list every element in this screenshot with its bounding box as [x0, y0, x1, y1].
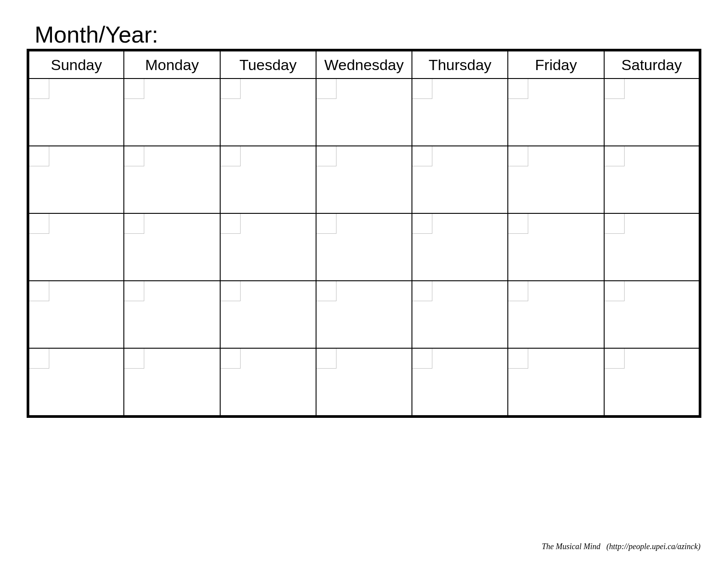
day-header-tuesday: Tuesday: [220, 50, 316, 79]
date-box: [317, 349, 336, 369]
date-box: [605, 214, 625, 234]
date-box: [124, 146, 144, 166]
date-box: [317, 146, 336, 166]
day-header-sunday: Sunday: [28, 50, 124, 79]
calendar-table: Sunday Monday Tuesday Wednesday Thursday…: [27, 49, 701, 418]
day-cell: [28, 348, 124, 417]
footer-source: The Musical Mind: [542, 542, 601, 551]
date-box: [605, 146, 625, 166]
calendar-page: Month/Year: Sunday Monday Tuesday Wednes…: [0, 0, 728, 562]
day-cell: [316, 146, 412, 213]
day-cell: [124, 146, 220, 213]
day-cell: [316, 213, 412, 281]
footer-credit: The Musical Mind (http://people.upei.ca/…: [542, 542, 700, 551]
date-box: [605, 79, 625, 99]
day-cell: [508, 348, 604, 417]
day-cell: [28, 213, 124, 281]
day-cell: [316, 348, 412, 417]
date-box: [508, 349, 528, 369]
date-box: [29, 349, 49, 369]
week-row: [28, 348, 700, 417]
day-header-wednesday: Wednesday: [316, 50, 412, 79]
week-row: [28, 146, 700, 213]
date-box: [317, 79, 336, 99]
day-cell: [28, 79, 124, 146]
day-cell: [604, 79, 700, 146]
date-box: [29, 281, 49, 301]
date-box: [317, 281, 336, 301]
day-cell: [412, 281, 508, 348]
date-box: [508, 79, 528, 99]
day-cell: [604, 348, 700, 417]
date-box: [221, 281, 241, 301]
date-box: [29, 146, 49, 166]
date-box: [605, 281, 625, 301]
date-box: [508, 281, 528, 301]
date-box: [412, 79, 432, 99]
day-cell: [124, 213, 220, 281]
day-cell: [220, 213, 316, 281]
day-cell: [220, 146, 316, 213]
day-cell: [412, 146, 508, 213]
date-box: [508, 146, 528, 166]
date-box: [29, 214, 49, 234]
week-row: [28, 79, 700, 146]
date-box: [29, 79, 49, 99]
day-header-friday: Friday: [508, 50, 604, 79]
day-cell: [220, 79, 316, 146]
date-box: [221, 146, 241, 166]
day-cell: [604, 213, 700, 281]
date-box: [412, 146, 432, 166]
day-header-thursday: Thursday: [412, 50, 508, 79]
date-box: [508, 214, 528, 234]
calendar-body: [28, 79, 700, 417]
day-cell: [508, 146, 604, 213]
day-cell: [28, 281, 124, 348]
day-cell: [604, 146, 700, 213]
date-box: [412, 214, 432, 234]
date-box: [124, 349, 144, 369]
day-cell: [220, 281, 316, 348]
date-box: [124, 281, 144, 301]
day-cell: [220, 348, 316, 417]
day-header-monday: Monday: [124, 50, 220, 79]
calendar-wrapper: Sunday Monday Tuesday Wednesday Thursday…: [27, 49, 701, 418]
day-cell: [412, 348, 508, 417]
day-header-saturday: Saturday: [604, 50, 700, 79]
day-header-row: Sunday Monday Tuesday Wednesday Thursday…: [28, 50, 700, 79]
day-cell: [124, 79, 220, 146]
day-cell: [124, 281, 220, 348]
page-title: Month/Year:: [35, 21, 158, 48]
date-box: [221, 79, 241, 99]
date-box: [412, 281, 432, 301]
footer-url: (http://people.upei.ca/azinck): [606, 542, 700, 551]
day-cell: [28, 146, 124, 213]
date-box: [124, 79, 144, 99]
day-cell: [604, 281, 700, 348]
week-row: [28, 281, 700, 348]
date-box: [124, 214, 144, 234]
day-cell: [508, 213, 604, 281]
date-box: [221, 349, 241, 369]
week-row: [28, 213, 700, 281]
date-box: [221, 214, 241, 234]
date-box: [317, 214, 336, 234]
day-cell: [316, 79, 412, 146]
day-cell: [412, 79, 508, 146]
day-cell: [316, 281, 412, 348]
day-cell: [412, 213, 508, 281]
day-cell: [508, 281, 604, 348]
date-box: [412, 349, 432, 369]
day-cell: [124, 348, 220, 417]
day-cell: [508, 79, 604, 146]
date-box: [605, 349, 625, 369]
